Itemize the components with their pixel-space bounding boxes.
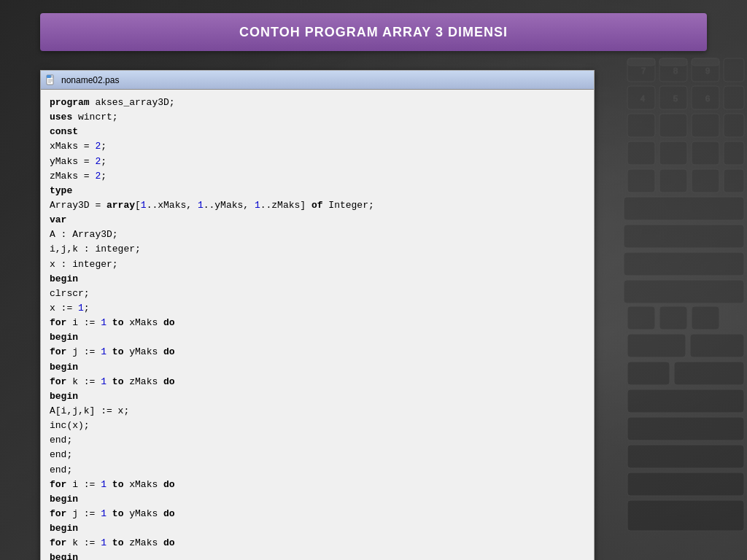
file-icon (45, 74, 57, 86)
svg-rect-47 (47, 75, 51, 78)
code-window: noname02.pas program akses_array3D; uses… (40, 70, 595, 560)
title-bar: CONTOH PROGRAM ARRAY 3 DIMENSI (40, 13, 707, 51)
svg-rect-48 (51, 75, 53, 77)
window-filename: noname02.pas (61, 75, 119, 85)
title-text: CONTOH PROGRAM ARRAY 3 DIMENSI (239, 25, 508, 40)
code-window-titlebar: noname02.pas (41, 71, 594, 90)
code-content: program akses_array3D; uses wincrt; cons… (41, 90, 594, 560)
